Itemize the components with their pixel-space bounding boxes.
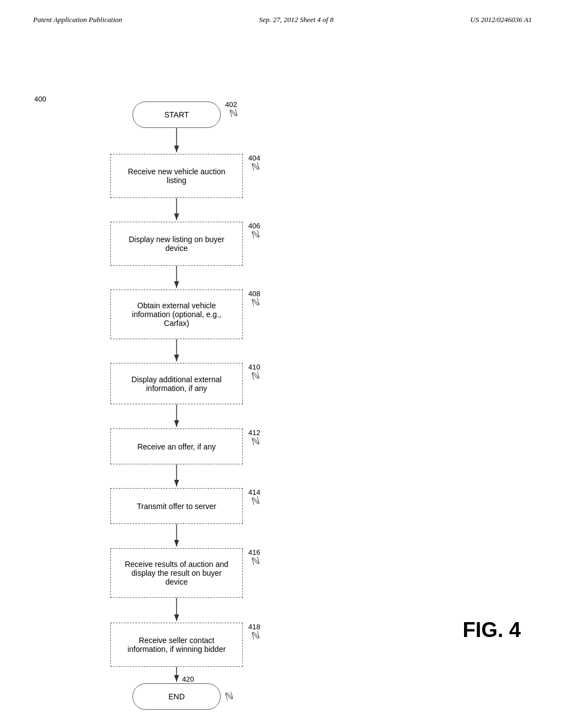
label-408: Obtain external vehicleinformation (opti… bbox=[132, 301, 221, 328]
fig-label: FIG. 4 bbox=[462, 618, 521, 642]
node-408: Obtain external vehicleinformation (opti… bbox=[110, 290, 243, 339]
label-412: Receive an offer, if any bbox=[137, 442, 216, 451]
main-ref-label: 400 bbox=[34, 95, 46, 103]
label-410: Display additional externalinformation, … bbox=[131, 375, 221, 393]
header-center: Sep. 27, 2012 Sheet 4 of 8 bbox=[259, 15, 333, 24]
corner-402: ℕ bbox=[228, 106, 238, 120]
ref-420: 420 bbox=[182, 675, 194, 683]
label-414: Transmit offer to server bbox=[137, 502, 216, 511]
end-node: END bbox=[132, 683, 221, 710]
node-414: Transmit offer to server bbox=[110, 488, 243, 524]
end-label: END bbox=[168, 692, 185, 701]
node-410: Display additional externalinformation, … bbox=[110, 363, 243, 404]
label-418: Receive seller contactinformation, if wi… bbox=[127, 636, 226, 654]
node-404: Receive new vehicle auctionlisting bbox=[110, 154, 243, 198]
header-right: US 2012/0246036 A1 bbox=[470, 15, 532, 24]
diagram-area: 400 START 402 ℕ Receive new vehicle auct… bbox=[0, 30, 565, 708]
node-412: Receive an offer, if any bbox=[110, 429, 243, 464]
label-404: Receive new vehicle auctionlisting bbox=[128, 167, 226, 185]
node-406: Display new listing on buyerdevice bbox=[110, 222, 243, 266]
node-416: Receive results of auction anddisplay th… bbox=[110, 548, 243, 598]
corner-420: ℕ bbox=[223, 689, 234, 703]
node-418: Receive seller contactinformation, if wi… bbox=[110, 623, 243, 667]
label-406: Display new listing on buyerdevice bbox=[129, 235, 225, 253]
start-node: START bbox=[132, 101, 221, 128]
arrows-svg bbox=[0, 30, 565, 708]
header-left: Patent Application Publication bbox=[33, 15, 122, 24]
label-416: Receive results of auction anddisplay th… bbox=[125, 560, 228, 586]
start-label: START bbox=[164, 110, 189, 119]
